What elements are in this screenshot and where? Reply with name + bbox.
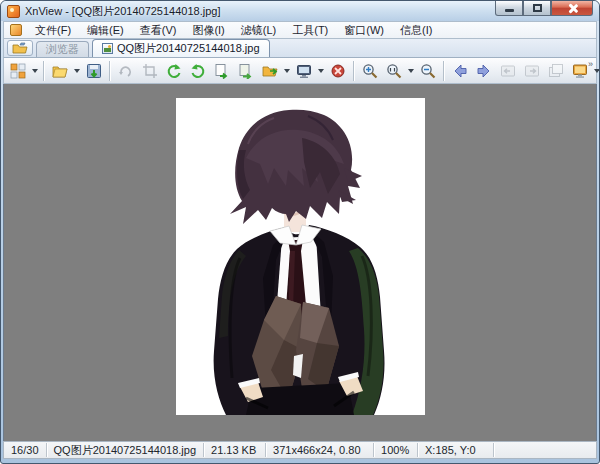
- toolbar-separator: [43, 61, 44, 81]
- crop-button: [138, 60, 161, 82]
- browser-icon: [10, 63, 26, 79]
- slideshow-button[interactable]: [292, 60, 315, 82]
- titlebar: XnView - [QQ图片20140725144018.jpg]: [1, 1, 599, 21]
- next-image-icon: [476, 63, 492, 79]
- toolbar-separator: [109, 61, 110, 81]
- zoom-out-icon: [420, 63, 436, 79]
- copy-to-folder-button[interactable]: [258, 60, 281, 82]
- zoom-ratio-icon: [386, 63, 402, 79]
- open-button[interactable]: [48, 60, 71, 82]
- close-icon: [567, 3, 578, 14]
- first-frame-button: [496, 60, 519, 82]
- menu-window[interactable]: 窗口(W): [337, 22, 391, 39]
- open-dropdown[interactable]: [72, 60, 81, 82]
- window-controls: [495, 1, 593, 16]
- rotate-left-button[interactable]: [162, 60, 185, 82]
- delete-button[interactable]: [326, 60, 349, 82]
- rotate-right-button[interactable]: [186, 60, 209, 82]
- menu-info[interactable]: 信息(I): [393, 22, 439, 39]
- undo-button: [114, 60, 137, 82]
- status-filename: QQ图片20140725144018.jpg: [47, 443, 205, 457]
- status-dimensions: 371x466x24, 0.80: [266, 443, 374, 457]
- toolbar-separator: [353, 61, 354, 81]
- anime-boy-image: [176, 98, 425, 415]
- copy-page-button[interactable]: [210, 60, 233, 82]
- toolbar-separator: [443, 61, 444, 81]
- menu-file[interactable]: 文件(F): [28, 22, 78, 39]
- menubar: 文件(F) 编辑(E) 查看(V) 图像(I) 滤镜(L) 工具(T) 窗口(W…: [3, 21, 597, 38]
- move-page-button[interactable]: [234, 60, 257, 82]
- slideshow-icon: [296, 63, 312, 79]
- tab-image[interactable]: QQ图片20140725144018.jpg: [92, 39, 270, 57]
- multipage-icon: [548, 63, 564, 79]
- monitor-icon: [572, 63, 588, 79]
- slideshow-dropdown[interactable]: [316, 60, 325, 82]
- maximize-button[interactable]: [523, 1, 551, 16]
- toolbar-overflow-chevron[interactable]: »: [588, 59, 593, 69]
- minimize-icon: [505, 9, 514, 12]
- copy-to-folder-dropdown[interactable]: [282, 60, 291, 82]
- menu-tools[interactable]: 工具(T): [285, 22, 335, 39]
- tab-browser[interactable]: 浏览器: [36, 41, 89, 57]
- browser-folder-icon: [12, 42, 28, 54]
- window-title: XnView - [QQ图片20140725144018.jpg]: [25, 4, 220, 19]
- undo-icon: [118, 63, 134, 79]
- next-frame-icon: [524, 63, 540, 79]
- rotate-right-icon: [190, 63, 206, 79]
- close-button[interactable]: [551, 1, 593, 16]
- maximize-icon: [533, 4, 542, 12]
- monitor-dropdown[interactable]: [592, 60, 600, 82]
- zoom-ratio-button[interactable]: [382, 60, 405, 82]
- menu-view[interactable]: 查看(V): [133, 22, 184, 39]
- copy-page-icon: [214, 63, 230, 79]
- menu-edit[interactable]: 编辑(E): [80, 22, 131, 39]
- multipage-button: [544, 60, 567, 82]
- status-cursor-position: X:185, Y:0: [418, 443, 494, 457]
- image-canvas[interactable]: [176, 98, 425, 415]
- browser-toggle-button[interactable]: [7, 40, 33, 56]
- next-image-button[interactable]: [472, 60, 495, 82]
- status-zoom-level: 100%: [374, 443, 418, 457]
- xnview-app-icon[interactable]: [7, 5, 20, 18]
- status-filesize: 21.13 KB: [204, 443, 266, 457]
- minimize-button[interactable]: [495, 1, 523, 16]
- open-icon: [52, 63, 68, 79]
- zoom-in-icon: [362, 63, 378, 79]
- move-page-icon: [238, 63, 254, 79]
- next-frame-button: [520, 60, 543, 82]
- delete-icon: [330, 63, 346, 79]
- toolbar: »: [3, 58, 597, 84]
- tabbar: 浏览器 QQ图片20140725144018.jpg: [3, 38, 597, 58]
- status-spacer: [494, 443, 596, 457]
- copy-to-folder-icon: [262, 63, 278, 79]
- image-file-icon: [102, 43, 113, 54]
- tab-image-label: QQ图片20140725144018.jpg: [117, 41, 260, 56]
- status-index: 16/30: [4, 443, 47, 457]
- zoom-in-button[interactable]: [358, 60, 381, 82]
- first-frame-icon: [500, 63, 516, 79]
- rotate-left-icon: [166, 63, 182, 79]
- save-button[interactable]: [82, 60, 105, 82]
- browser-button[interactable]: [6, 60, 29, 82]
- tab-browser-label: 浏览器: [46, 42, 79, 57]
- browser-dropdown[interactable]: [30, 60, 39, 82]
- document-menu-icon[interactable]: [10, 24, 22, 36]
- window-frame-bottom: [1, 457, 599, 463]
- menu-image[interactable]: 图像(I): [185, 22, 231, 39]
- save-icon: [86, 63, 102, 79]
- prev-image-button[interactable]: [448, 60, 471, 82]
- xnview-window: XnView - [QQ图片20140725144018.jpg] 文件(F) …: [0, 0, 600, 464]
- menu-filter[interactable]: 滤镜(L): [234, 22, 283, 39]
- crop-icon: [142, 63, 158, 79]
- zoom-out-button[interactable]: [416, 60, 439, 82]
- image-viewer-area: [3, 84, 597, 441]
- zoom-ratio-dropdown[interactable]: [406, 60, 415, 82]
- prev-image-icon: [452, 63, 468, 79]
